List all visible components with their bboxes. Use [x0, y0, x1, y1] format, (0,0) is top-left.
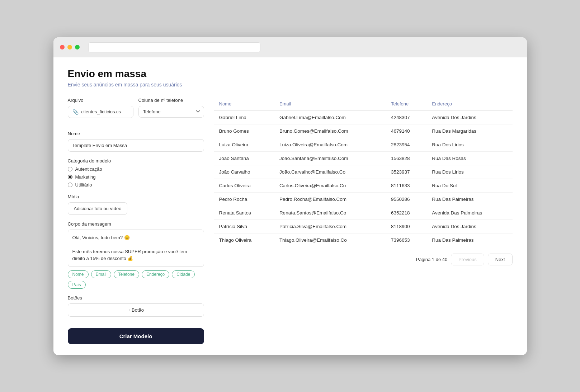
table-header-row: Nome Email Telefone Endereço: [214, 98, 513, 110]
add-button[interactable]: + Botão: [68, 303, 204, 317]
table-row: Pedro Rocha Pedro.Rocha@Emailfalso.Com 9…: [214, 192, 513, 206]
tag-telefone[interactable]: Telefone: [114, 270, 139, 278]
radio-autenticacao[interactable]: Autenticação: [68, 166, 204, 172]
radio-utilitario-label: Utilitário: [75, 182, 92, 188]
titlebar: [53, 37, 527, 57]
maximize-button[interactable]: [75, 45, 80, 49]
message-body[interactable]: Olá, Vinicius, tudo bem? 😊 Este mês tere…: [68, 230, 204, 267]
contacts-table: Nome Email Telefone Endereço Gabriel Lim…: [214, 98, 513, 247]
nome-label: Nome: [68, 131, 204, 136]
cell-nome: João Carvalho: [214, 165, 274, 179]
table-row: Renata Santos Renata.Santos@Emailfalso.C…: [214, 206, 513, 219]
tag-pais[interactable]: País: [68, 281, 86, 289]
tag-cidade[interactable]: Cidade: [172, 270, 195, 278]
nome-input[interactable]: [68, 139, 204, 152]
search-bar[interactable]: [88, 42, 260, 52]
file-coluna-row: Arquivo 📎 clientes_ficticios.cs Coluna d…: [68, 98, 204, 124]
radio-marketing[interactable]: Marketing: [68, 174, 204, 180]
tag-email[interactable]: Email: [91, 270, 111, 278]
cell-email: João.Santana@Emailfalso.Com: [274, 151, 386, 165]
tag-nome[interactable]: Nome: [68, 270, 89, 278]
cell-nome: Pedro Rocha: [214, 192, 274, 206]
cell-telefone: 8118900: [386, 219, 427, 233]
table-row: Patrícia Silva Patrícia.Silva@Emailfalso…: [214, 219, 513, 233]
coluna-label: Coluna de nº telefone: [138, 98, 204, 103]
page-subtitle: Envie seus anúncios em massa para seus u…: [68, 82, 513, 88]
table-row: Bruno Gomes Bruno.Gomes@Emailfalso.Com 4…: [214, 124, 513, 138]
cell-email: Bruno.Gomes@Emailfalso.Com: [274, 124, 386, 138]
cell-email: Renata.Santos@Emailfalso.Co: [274, 206, 386, 219]
coluna-select[interactable]: Telefone: [138, 106, 204, 118]
tags-row: Nome Email Telefone Endereço Cidade País: [68, 270, 204, 289]
col-endereco: Endereço: [427, 98, 512, 110]
cell-telefone: 4679140: [386, 124, 427, 138]
table-row: Luiza Oliveira Luiza.Oliveira@Emailfalso…: [214, 138, 513, 151]
midia-button[interactable]: Adicionar foto ou vídeo: [68, 202, 128, 215]
botoes-label: Botões: [68, 295, 204, 301]
cell-nome: Patrícia Silva: [214, 219, 274, 233]
tag-endereco[interactable]: Endereço: [142, 270, 169, 278]
cell-nome: Bruno Gomes: [214, 124, 274, 138]
cell-email: João.Carvalho@Emailfalso.Co: [274, 165, 386, 179]
clip-icon: 📎: [72, 109, 79, 115]
cell-endereco: Rua Das Rosas: [427, 151, 512, 165]
corpo-line1: Olá, Vinicius, tudo bem? 😊: [72, 234, 199, 241]
radio-utilitario[interactable]: Utilitário: [68, 182, 204, 188]
cell-telefone: 8111633: [386, 179, 427, 192]
cell-email: Pedro.Rocha@Emailfalso.Com: [274, 192, 386, 206]
radio-utilitario-input[interactable]: [68, 183, 72, 187]
cell-endereco: Rua Dos Lirios: [427, 165, 512, 179]
cell-nome: Renata Santos: [214, 206, 274, 219]
arquivo-label: Arquivo: [68, 98, 133, 103]
app-window: Envio em massa Envie seus anúncios em ma…: [53, 37, 527, 355]
cell-endereco: Rua Das Palmeiras: [427, 233, 512, 247]
main-layout: Arquivo 📎 clientes_ficticios.cs Coluna d…: [68, 98, 513, 344]
close-button[interactable]: [60, 45, 65, 49]
cell-telefone: 6352218: [386, 206, 427, 219]
corpo-line2: Este mês teremos nossa SUPER promoção e …: [72, 248, 199, 262]
cell-telefone: 9550286: [386, 192, 427, 206]
cell-email: Carlos.Oliveira@Emailfalso.Co: [274, 179, 386, 192]
right-panel: Nome Email Telefone Endereço Gabriel Lim…: [214, 98, 513, 344]
radio-autenticacao-input[interactable]: [68, 167, 72, 171]
cell-telefone: 1563828: [386, 151, 427, 165]
col-telefone: Telefone: [386, 98, 427, 110]
col-email: Email: [274, 98, 386, 110]
next-button[interactable]: Next: [488, 254, 513, 265]
cell-email: Luiza.Oliveira@Emailfalso.Com: [274, 138, 386, 151]
cell-endereco: Avenida Dos Jardins: [427, 110, 512, 124]
nome-section: Nome: [68, 131, 204, 152]
categoria-section: Categoria do modelo Autenticação Marketi…: [68, 158, 204, 188]
corpo-section: Corpo da mensagem Olá, Vinicius, tudo be…: [68, 221, 204, 289]
cell-endereco: Rua Do Sol: [427, 179, 512, 192]
botoes-section: Botões + Botão: [68, 295, 204, 317]
radio-marketing-label: Marketing: [75, 174, 96, 180]
cell-telefone: 4248307: [386, 110, 427, 124]
cell-email: Gabriel.Lima@Emailfalso.Com: [274, 110, 386, 124]
main-content: Envio em massa Envie seus anúncios em ma…: [53, 57, 527, 355]
radio-autenticacao-label: Autenticação: [75, 166, 102, 172]
table-row: João Carvalho João.Carvalho@Emailfalso.C…: [214, 165, 513, 179]
cell-endereco: Avenida Dos Jardins: [427, 219, 512, 233]
pagination-info: Página 1 de 40: [416, 257, 447, 262]
corpo-label: Corpo da mensagem: [68, 221, 204, 227]
page-title: Envio em massa: [68, 68, 513, 80]
categoria-label: Categoria do modelo: [68, 158, 204, 164]
cell-telefone: 2823954: [386, 138, 427, 151]
create-model-button[interactable]: Criar Modelo: [68, 328, 204, 344]
arquivo-group: Arquivo 📎 clientes_ficticios.cs: [68, 98, 133, 118]
minimize-button[interactable]: [67, 45, 72, 49]
cell-email: Thiago.Oliveira@Emailfalso.Co: [274, 233, 386, 247]
cell-endereco: Rua Das Palmeiras: [427, 192, 512, 206]
pagination-row: Página 1 de 40 Previous Next: [214, 254, 513, 265]
cell-telefone: 7396653: [386, 233, 427, 247]
previous-button[interactable]: Previous: [451, 254, 484, 265]
cell-endereco: Avenida Das Palmeiras: [427, 206, 512, 219]
arquivo-input[interactable]: 📎 clientes_ficticios.cs: [68, 106, 133, 118]
coluna-group: Coluna de nº telefone Telefone: [138, 98, 204, 118]
radio-marketing-input[interactable]: [68, 175, 72, 179]
cell-nome: Carlos Oliveira: [214, 179, 274, 192]
table-row: Carlos Oliveira Carlos.Oliveira@Emailfal…: [214, 179, 513, 192]
table-row: Gabriel Lima Gabriel.Lima@Emailfalso.Com…: [214, 110, 513, 124]
midia-section: Mídia Adicionar foto ou vídeo: [68, 194, 204, 215]
